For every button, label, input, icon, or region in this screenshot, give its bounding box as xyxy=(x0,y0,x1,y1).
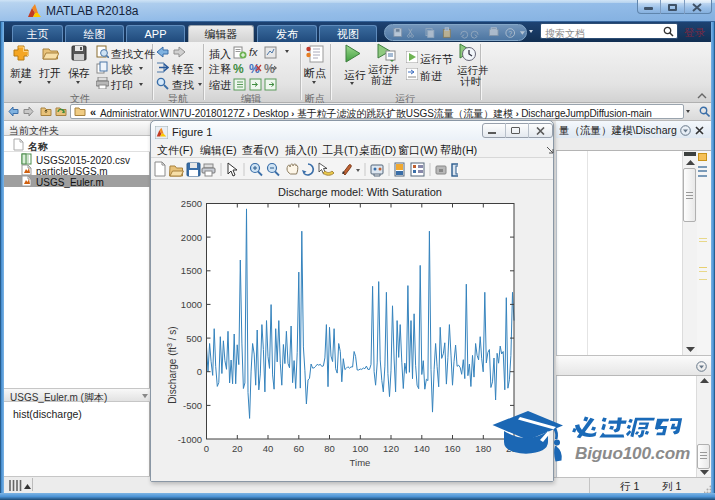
svg-text:40: 40 xyxy=(263,443,274,454)
svg-text:Biguo100.com: Biguo100.com xyxy=(575,443,690,463)
svg-text:20: 20 xyxy=(232,443,243,454)
svg-text:500: 500 xyxy=(186,333,202,344)
svg-text:fx: fx xyxy=(249,46,258,58)
svg-text:0: 0 xyxy=(197,366,202,377)
svg-text:-500: -500 xyxy=(183,400,202,411)
svg-text:Time: Time xyxy=(350,457,371,468)
svg-text:2500: 2500 xyxy=(181,198,202,209)
svg-text:120: 120 xyxy=(383,443,399,454)
svg-text:2000: 2000 xyxy=(181,232,202,243)
svg-text:1500: 1500 xyxy=(181,265,202,276)
svg-text:%: % xyxy=(233,62,244,75)
svg-text:1000: 1000 xyxy=(181,299,202,310)
svg-text:?: ? xyxy=(508,30,512,37)
svg-text:Discharge (ft3 / s): Discharge (ft3 / s) xyxy=(166,326,178,403)
svg-text:60: 60 xyxy=(294,443,305,454)
svg-text:100: 100 xyxy=(352,443,368,454)
svg-text:-1000: -1000 xyxy=(178,434,202,445)
svg-text:80: 80 xyxy=(324,443,335,454)
svg-text:0: 0 xyxy=(204,443,209,454)
svg-text:160: 160 xyxy=(445,443,461,454)
svg-text:Discharge model: With Saturati: Discharge model: With Saturation xyxy=(278,186,442,198)
svg-text:140: 140 xyxy=(414,443,430,454)
